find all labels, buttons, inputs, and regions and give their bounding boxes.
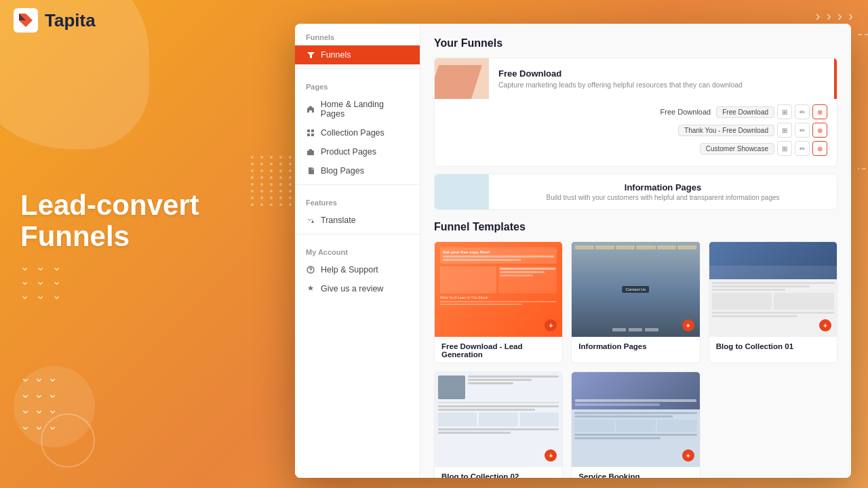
step-1-qr-btn[interactable]: ⊞ xyxy=(777,104,792,119)
template-badge-5 xyxy=(682,449,694,462)
home-icon xyxy=(306,104,315,114)
template-info-label: Information Pages xyxy=(572,337,699,354)
funnel-card-info: Free Download Capture marketing leads by… xyxy=(489,58,834,99)
step-3-actions: Customer Showcase ⊞ ✏ ⊗ xyxy=(700,141,827,156)
blog-02-mock xyxy=(435,372,562,467)
sidebar-section-features: Features xyxy=(295,189,420,211)
template-badge-2 xyxy=(682,319,694,331)
info-pages-title: Information Pages xyxy=(498,182,827,192)
template-blog-02-preview xyxy=(435,372,562,467)
chevron-row-1: ⌄ ⌄ ⌄ xyxy=(20,260,199,273)
funnel-card-free-download: Free Download Capture marketing leads by… xyxy=(434,58,837,167)
doc-icon xyxy=(306,166,315,176)
sidebar-item-help[interactable]: Help & Support xyxy=(295,260,420,279)
sidebar-collection-label: Collection Pages xyxy=(321,128,384,138)
sidebar-blog-label: Blog Pages xyxy=(321,166,364,176)
template-service[interactable]: Service Booking xyxy=(571,371,700,478)
step-1-label: Free Download xyxy=(660,108,711,116)
templates-grid: Get your free copy Now! xyxy=(434,241,837,478)
star-icon xyxy=(306,284,315,293)
template-blog-01[interactable]: Blog to Collection 01 xyxy=(709,241,837,363)
sidebar-divider-3 xyxy=(295,234,420,235)
svg-rect-3 xyxy=(307,134,310,136)
box-icon xyxy=(306,147,315,157)
service-mock xyxy=(572,372,699,467)
sidebar-item-funnels[interactable]: Funnels xyxy=(295,45,420,64)
funnel-step-1: Free Download Free Download ⊞ ✏ ⊗ xyxy=(444,104,827,119)
step-1-delete-btn[interactable]: ⊗ xyxy=(812,104,827,119)
funnel-card-header: Free Download Capture marketing leads by… xyxy=(435,58,837,99)
template-blog-01-preview xyxy=(709,242,837,337)
sidebar-divider-2 xyxy=(295,184,420,185)
template-free-download[interactable]: Get your free copy Now! xyxy=(434,241,563,363)
step-2-actions: Thank You - Free Download ⊞ ✏ ⊗ xyxy=(678,123,827,138)
sidebar: Funnels Funnels Pages Home & Landing Pag… xyxy=(295,24,420,478)
chevrons-bottom-decoration: ⌄ ⌄ ⌄⌄ ⌄ ⌄⌄ ⌄ ⌄⌄ ⌄ ⌄ xyxy=(20,370,58,434)
funnel-preview-image xyxy=(435,58,489,99)
step-3-edit-btn[interactable]: ✏ xyxy=(795,141,810,156)
info-pages-description: Build trust with your customers with hel… xyxy=(498,194,827,201)
sidebar-item-review[interactable]: Give us a review xyxy=(295,279,420,298)
sidebar-help-label: Help & Support xyxy=(321,265,378,274)
building-image: Contact Us xyxy=(572,242,699,337)
template-free-download-preview: Get your free copy Now! xyxy=(435,242,562,337)
info-preview-image xyxy=(435,174,489,209)
funnel-step-3: Customer Showcase ⊞ ✏ ⊗ xyxy=(444,141,827,156)
sidebar-item-product[interactable]: Product Pages xyxy=(295,142,420,161)
step-3-name-btn[interactable]: Customer Showcase xyxy=(700,143,774,155)
template-badge-3 xyxy=(819,319,831,331)
template-info-preview: Contact Us xyxy=(572,242,699,337)
template-info-pages[interactable]: Contact Us Information Pages xyxy=(571,241,700,363)
sidebar-translate-label: Translate xyxy=(321,216,356,225)
step-1-name-btn[interactable]: Free Download xyxy=(716,106,774,118)
sidebar-funnels-label: Funnels xyxy=(321,50,351,60)
svg-rect-4 xyxy=(311,134,314,136)
step-3-delete-btn[interactable]: ⊗ xyxy=(812,141,827,156)
header: Tapita xyxy=(0,0,292,41)
step-2-edit-btn[interactable]: ✏ xyxy=(795,123,810,138)
svg-point-7 xyxy=(310,271,311,272)
step-2-delete-btn[interactable]: ⊗ xyxy=(812,123,827,138)
step-3-qr-btn[interactable]: ⊞ xyxy=(777,141,792,156)
sidebar-item-home-landing[interactable]: Home & Landing Pages xyxy=(295,95,420,123)
help-icon xyxy=(306,265,315,274)
sidebar-section-account: My Account xyxy=(295,239,420,260)
step-1-edit-btn[interactable]: ✏ xyxy=(795,104,810,119)
funnel-title: Free Download xyxy=(498,68,825,79)
sidebar-item-collection[interactable]: Collection Pages xyxy=(295,123,420,142)
app-window: Funnels Funnels Pages Home & Landing Pag… xyxy=(295,24,851,478)
svg-rect-5 xyxy=(307,150,314,155)
svg-rect-1 xyxy=(307,129,310,132)
sidebar-item-translate[interactable]: Translate xyxy=(295,211,420,230)
step-2-qr-btn[interactable]: ⊞ xyxy=(777,123,792,138)
sidebar-divider-1 xyxy=(295,68,420,69)
building-mock: Contact Us xyxy=(572,242,699,337)
funnel-description: Capture marketing leads by offering help… xyxy=(498,81,825,89)
template-blog-01-label: Blog to Collection 01 xyxy=(709,337,837,354)
chevrons-top-right-decoration: › › › › xyxy=(816,8,854,24)
template-service-label: Service Booking xyxy=(572,467,699,478)
funnel-icon xyxy=(306,50,315,60)
sidebar-product-label: Product Pages xyxy=(321,147,376,157)
step-2-name-btn[interactable]: Thank You - Free Download xyxy=(678,125,774,136)
free-dl-mock: Get your free copy Now! xyxy=(435,242,562,337)
grid-icon xyxy=(306,128,315,138)
logo-text: Tapita xyxy=(45,10,96,31)
template-free-download-label: Free Download - Lead Generation xyxy=(435,337,562,363)
your-funnels-heading: Your Funnels xyxy=(434,37,837,49)
info-pages-card: Information Pages Build trust with your … xyxy=(434,174,837,210)
sidebar-review-label: Give us a review xyxy=(321,284,383,293)
template-service-preview xyxy=(572,372,699,467)
chevron-row-2: ⌄ ⌄ ⌄ xyxy=(20,274,199,287)
sidebar-section-funnels: Funnels xyxy=(295,24,420,45)
template-blog-02[interactable]: Blog to Collection 02 xyxy=(434,371,563,478)
left-panel-content: Lead-convert Funnels ⌄ ⌄ ⌄ ⌄ ⌄ ⌄ ⌄ ⌄ ⌄ xyxy=(20,190,199,302)
sidebar-item-blog[interactable]: Blog Pages xyxy=(295,161,420,180)
right-border-decoration xyxy=(858,34,868,169)
hero-title: Lead-convert Funnels xyxy=(20,190,199,252)
step-1-actions: Free Download ⊞ ✏ ⊗ xyxy=(716,104,827,119)
svg-rect-2 xyxy=(311,129,314,132)
logo-icon xyxy=(14,8,38,33)
info-card-info: Information Pages Build trust with your … xyxy=(489,174,837,209)
funnel-step-2: Thank You - Free Download ⊞ ✏ ⊗ xyxy=(444,123,827,138)
